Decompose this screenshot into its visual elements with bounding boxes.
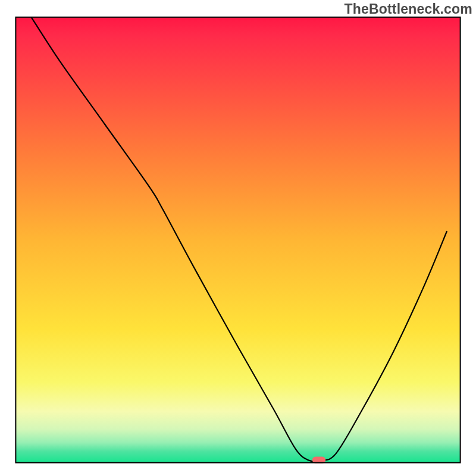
gradient-background bbox=[15, 17, 460, 463]
bottleneck-chart bbox=[0, 0, 476, 476]
watermark-label: TheBottleneck.com bbox=[344, 1, 472, 17]
chart-container: TheBottleneck.com bbox=[0, 0, 476, 476]
